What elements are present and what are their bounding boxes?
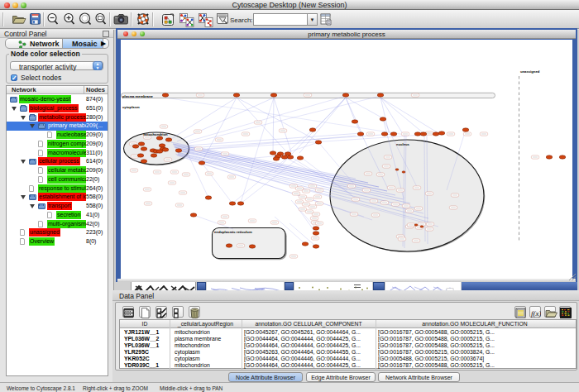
- svg-text:mitochondrion: mitochondrion: [143, 132, 168, 136]
- svg-text:f(x): f(x): [531, 309, 541, 318]
- svg-text:cytoplasm: cytoplasm: [122, 105, 140, 109]
- svg-text:unassigned: unassigned: [520, 69, 540, 74]
- svg-text:nucleus: nucleus: [396, 142, 409, 146]
- svg-text:endoplasmic reticulum: endoplasmic reticulum: [214, 230, 252, 234]
- svg-text:plasma membrane: plasma membrane: [122, 94, 153, 98]
